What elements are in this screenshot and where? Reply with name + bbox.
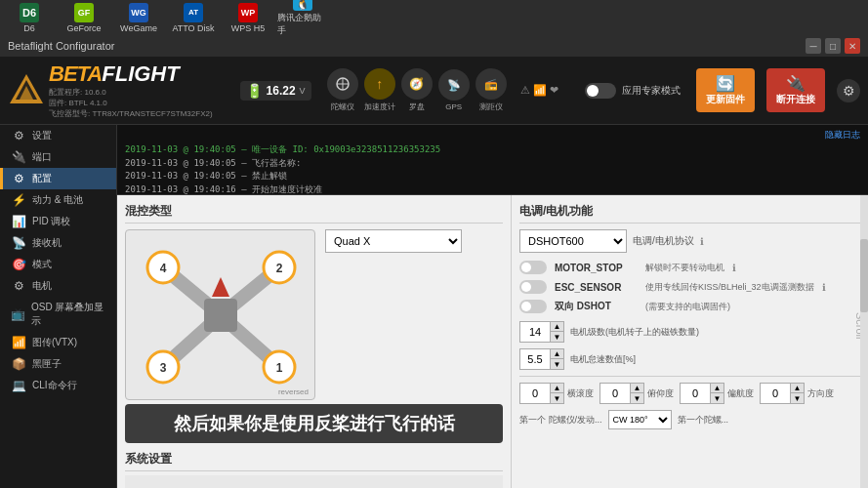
sidebar-item-port[interactable]: 🔌 端口 [0, 146, 116, 168]
motor-idle-down[interactable]: ▼ [550, 359, 563, 369]
subtitle-text: 然后如果你是使用反桨进行飞行的话 [174, 414, 455, 433]
motor-stop-row: MOTOR_STOP 解锁时不要转动电机 ℹ [519, 261, 860, 274]
expert-mode-toggle: 应用专家模式 [585, 83, 681, 99]
log-line-3: 2019-11-03 @ 19:40:16 – 开始加速度计校准 [125, 183, 860, 196]
sidebar-vtx-label: 图传(VTX) [32, 336, 77, 349]
left-panel: 混控类型 [117, 195, 512, 488]
wifi-icon: 📶 [533, 84, 547, 97]
sidebar-receiver-label: 接收机 [32, 236, 62, 250]
gyro-icon-group: 陀螺仪 [327, 68, 358, 112]
minimize-button[interactable]: ─ [806, 38, 821, 54]
cli-icon: 💻 [11, 379, 26, 392]
gyro-label: 陀螺仪 [331, 102, 354, 112]
motor-idle-value: 5.5 [520, 352, 550, 366]
taskbar-app-wegame[interactable]: WG WeGame [113, 1, 164, 34]
sidebar-item-config[interactable]: ⚙ 配置 [0, 168, 116, 189]
motor-poles-up[interactable]: ▲ [550, 322, 563, 332]
sidebar-port-label: 端口 [32, 150, 52, 164]
mixer-section: 混控类型 [125, 203, 503, 400]
logo-flight-text: FLIGHT [102, 61, 179, 87]
pitch-down[interactable]: ▼ [550, 393, 563, 403]
config-icon: ⚙ [11, 172, 26, 185]
motor-idle-input: 5.5 ▲ ▼ [519, 348, 564, 370]
compass-icon-group: 🧭 罗盘 [401, 68, 433, 112]
taskbar-app-tencent[interactable]: 🐧 腾讯企鹅助手 [277, 1, 328, 34]
hide-log-button[interactable]: 隐藏日志 [825, 129, 860, 142]
cw-select[interactable]: CW 180° CCW 0° CW 0° CCW 180° [608, 410, 672, 429]
motor-stop-desc: 解锁时不要转动电机 [645, 262, 724, 274]
pitch-up[interactable]: ▲ [550, 384, 563, 393]
esc-sensor-desc: 使用专线回传KISS/BLHeli_32电调遥测数据 [645, 281, 814, 294]
update-icon: 🔄 [716, 74, 735, 93]
reversed-label: reversed [278, 387, 309, 396]
yaw-value: 0 [681, 386, 710, 400]
scrollbar-track[interactable] [860, 195, 868, 488]
motor-idle-label: 电机怠速数值[%] [570, 353, 636, 366]
yaw-up[interactable]: ▲ [710, 384, 723, 393]
scrollbar-thumb[interactable] [860, 239, 868, 312]
sonar-label: 测距仪 [479, 102, 503, 112]
flight-ctrl-info: 飞控器型号: TTR8X/TRANSTECF7STM32FX2) [49, 108, 213, 119]
taskbar-app-d6[interactable]: D6 D6 [4, 1, 55, 34]
motor-stop-toggle[interactable] [519, 261, 547, 274]
taskbar-app-geforce[interactable]: GF GeForce [59, 1, 109, 34]
mixer-type-select[interactable]: Quad X Quad + Tricopter Bi Copter [325, 229, 462, 253]
sidebar-cli-label: CLI命令行 [32, 379, 77, 392]
battery-icon: 🔋 [246, 83, 263, 99]
motor-idle-up[interactable]: ▲ [550, 349, 563, 359]
logo-beta-text: BETA [49, 61, 102, 87]
yaw-group: 0 ▲ ▼ 偏航度 [680, 383, 754, 404]
disconnect-button[interactable]: 🔌 断开连接 [766, 68, 825, 112]
direction-down[interactable]: ▼ [790, 393, 804, 403]
gps-icon-group: 📡 GPS [438, 69, 470, 111]
expert-toggle-switch[interactable] [585, 83, 616, 99]
esc-sensor-toggle[interactable] [519, 280, 547, 294]
protocol-select[interactable]: DSHOT600 DSHOT300 DSHOT150 MULTISHOT ONE… [519, 229, 627, 253]
motor-poles-down[interactable]: ▼ [550, 332, 563, 342]
heart-icon: ❤ [550, 84, 558, 97]
maximize-button[interactable]: □ [825, 38, 841, 54]
pid-icon: 📊 [11, 215, 26, 228]
sidebar-item-power[interactable]: ⚡ 动力 & 电池 [0, 189, 116, 211]
yaw-down[interactable]: ▼ [710, 393, 723, 403]
esc-sensor-info-icon[interactable]: ℹ [822, 282, 826, 293]
taskbar-app-wps[interactable]: WP WPS H5 [223, 1, 273, 34]
update-firmware-button[interactable]: 🔄 更新固件 [696, 68, 755, 112]
sidebar-item-pid[interactable]: 📊 PID 调校 [0, 211, 116, 232]
sidebar-item-vtx[interactable]: 📶 图传(VTX) [0, 332, 116, 353]
close-button[interactable]: ✕ [845, 38, 860, 54]
sidebar-pid-label: PID 调校 [32, 215, 70, 228]
settings-gear-button[interactable]: ⚙ [837, 79, 860, 102]
bidir-toggle[interactable] [519, 300, 547, 313]
protocol-info-icon[interactable]: ℹ [700, 236, 704, 247]
battery-unit: V [300, 86, 306, 96]
roll-value: 0 [600, 386, 630, 400]
roll-down[interactable]: ▼ [630, 393, 643, 403]
bidir-desc: (需要支持的电调固件) [645, 301, 730, 313]
battery-value: 16.22 [267, 84, 296, 98]
system-title: 系统设置 [125, 451, 503, 471]
sidebar-item-modes[interactable]: 🎯 模式 [0, 254, 116, 275]
roll-up[interactable]: ▲ [630, 384, 643, 393]
window: Betaflight Configurator ─ □ ✕ BETA FL [0, 35, 868, 488]
protocol-label: 电调/电机协议 [633, 234, 694, 248]
direction-value: 0 [761, 386, 790, 400]
sidebar-item-receiver[interactable]: 📡 接收机 [0, 232, 116, 254]
sidebar-settings-label: 设置 [32, 129, 52, 142]
sidebar-item-motor[interactable]: ⚙ 电机 [0, 275, 116, 297]
subtitle-overlay: 然后如果你是使用反桨进行飞行的话 [125, 404, 503, 443]
svg-marker-11 [212, 277, 229, 297]
sidebar-item-cli[interactable]: 💻 CLI命令行 [0, 375, 116, 396]
motor-stop-info-icon[interactable]: ℹ [732, 263, 736, 273]
direction-up[interactable]: ▲ [790, 384, 804, 393]
sidebar-item-blackbox[interactable]: 📦 黑匣子 [0, 353, 116, 375]
second-motor-label: 第一个陀螺... [678, 414, 729, 427]
roll-label: 俯仰度 [647, 387, 674, 400]
sidebar-item-osd[interactable]: 📺 OSD 屏幕叠加显示 [0, 297, 116, 332]
svg-text:2: 2 [276, 262, 283, 275]
yaw-label: 偏航度 [727, 387, 754, 400]
sidebar-item-settings[interactable]: ⚙ 设置 [0, 125, 116, 146]
subtitle-area: 然后如果你是使用反桨进行飞行的话 [125, 404, 503, 443]
osd-icon: 📺 [11, 307, 25, 321]
taskbar-app-atto[interactable]: AT ATTO Disk [168, 1, 219, 34]
